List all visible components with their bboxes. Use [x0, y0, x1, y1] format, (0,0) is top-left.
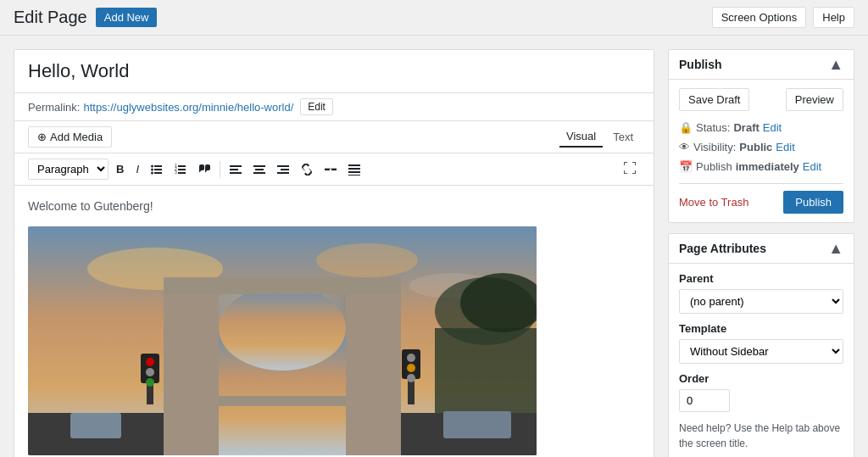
publish-when-row: 📅 Publish immediately Edit [679, 160, 843, 173]
link-button[interactable] [297, 161, 317, 178]
svg-rect-20 [277, 172, 289, 174]
svg-rect-8 [178, 172, 186, 174]
publish-button[interactable]: Publish [783, 191, 843, 214]
svg-point-50 [407, 354, 415, 362]
template-label: Template [679, 322, 843, 335]
svg-point-47 [146, 378, 154, 387]
publish-panel-toggle[interactable]: ▲ [828, 57, 843, 72]
tab-text[interactable]: Text [606, 126, 640, 148]
sidebar: Publish ▲ Save Draft Preview 🔒 Status: D… [668, 49, 854, 457]
svg-point-46 [146, 368, 154, 376]
page-attributes-body: Parent (no parent) Template Without Side… [669, 264, 854, 457]
page-title: Edit Page [14, 8, 87, 27]
publish-panel-body: Save Draft Preview 🔒 Status: Draft Edit … [669, 80, 854, 222]
publish-panel-header[interactable]: Publish ▲ [669, 50, 854, 80]
align-left-button[interactable] [225, 161, 246, 178]
publish-panel-title: Publish [679, 58, 722, 71]
editor-image [28, 226, 537, 455]
template-select[interactable]: Without Sidebar [679, 339, 843, 364]
svg-rect-16 [255, 169, 264, 170]
screen-options-button[interactable]: Screen Options [712, 7, 807, 28]
visibility-edit-link[interactable]: Edit [776, 141, 794, 153]
permalink-url[interactable]: https://uglywebsites.org/minnie/hello-wo… [83, 101, 293, 114]
publish-panel: Publish ▲ Save Draft Preview 🔒 Status: D… [668, 49, 854, 223]
visibility-label: Visibility: [693, 141, 736, 153]
svg-rect-27 [348, 175, 360, 176]
editor-toolbar-top: ⊕ Add Media Visual Text [14, 121, 654, 153]
page-title-input[interactable] [14, 50, 654, 93]
permalink-edit-button[interactable]: Edit [300, 98, 333, 115]
add-new-button[interactable]: Add New [96, 8, 158, 27]
svg-rect-6 [178, 165, 186, 167]
visibility-icon: 👁 [679, 141, 690, 153]
status-icon: 🔒 [679, 121, 693, 134]
svg-rect-7 [178, 169, 186, 170]
permalink-label: Permalink: [28, 101, 80, 114]
editor-panel: Permalink: https://uglywebsites.org/minn… [14, 49, 654, 457]
align-center-button[interactable] [249, 161, 270, 178]
help-text: Need help? Use the Help tab above the sc… [679, 421, 843, 451]
blockquote-button[interactable] [194, 161, 214, 178]
parent-label: Parent [679, 272, 843, 285]
svg-rect-21 [325, 169, 330, 170]
status-edit-link[interactable]: Edit [763, 121, 782, 134]
publish-edit-link[interactable]: Edit [803, 160, 821, 173]
format-divider-1 [220, 161, 220, 178]
parent-select[interactable]: (no parent) [679, 289, 843, 314]
order-field: Order [679, 372, 843, 412]
svg-rect-0 [154, 165, 162, 167]
welcome-text: Welcome to Gutenberg! [28, 199, 640, 213]
svg-rect-19 [281, 169, 289, 170]
page-attributes-toggle[interactable]: ▲ [828, 241, 843, 256]
svg-point-38 [219, 286, 346, 371]
preview-button[interactable]: Preview [786, 88, 843, 111]
svg-rect-17 [253, 172, 265, 174]
svg-point-52 [407, 374, 415, 382]
svg-rect-18 [277, 165, 289, 167]
svg-rect-24 [348, 164, 360, 166]
visibility-value: Public [739, 141, 772, 153]
order-input[interactable] [679, 389, 730, 412]
more-button[interactable] [320, 161, 341, 178]
help-button[interactable]: Help [813, 7, 854, 28]
top-bar-left: Edit Page Add New [14, 8, 157, 27]
svg-rect-42 [346, 294, 401, 455]
move-trash-link[interactable]: Move to Trash [679, 196, 748, 209]
ol-button[interactable]: 123 [170, 161, 191, 178]
publish-footer: Move to Trash Publish [679, 183, 843, 214]
status-value: Draft [733, 121, 759, 134]
bold-button[interactable]: B [112, 160, 128, 178]
svg-rect-23 [325, 168, 337, 169]
editor-body[interactable]: Welcome to Gutenberg! [14, 186, 654, 457]
svg-rect-14 [230, 172, 242, 174]
svg-rect-53 [70, 413, 121, 438]
publish-label: Publish [696, 160, 732, 173]
page-attributes-title: Page Attributes [679, 242, 766, 255]
publish-icon: 📅 [679, 160, 693, 173]
paragraph-select[interactable]: Paragraph [28, 159, 108, 180]
add-media-label: Add Media [50, 131, 103, 143]
page-attributes-panel: Page Attributes ▲ Parent (no parent) Tem… [668, 233, 854, 457]
svg-rect-41 [164, 294, 219, 455]
save-draft-button[interactable]: Save Draft [679, 88, 749, 111]
toolbar-toggle-button[interactable] [344, 161, 364, 178]
add-media-button[interactable]: ⊕ Add Media [28, 126, 112, 148]
editor-format-bar: Paragraph B I 123 [14, 153, 654, 186]
top-bar-right: Screen Options Help [712, 7, 854, 28]
layout: Permalink: https://uglywebsites.org/minn… [0, 36, 868, 457]
ul-button[interactable] [147, 161, 167, 178]
svg-rect-12 [230, 165, 242, 167]
permalink-row: Permalink: https://uglywebsites.org/minn… [14, 93, 654, 121]
status-label: Status: [696, 121, 730, 134]
svg-rect-2 [154, 172, 162, 174]
page-attributes-header[interactable]: Page Attributes ▲ [669, 234, 854, 264]
view-tabs: Visual Text [559, 126, 640, 148]
fullscreen-button[interactable] [620, 159, 640, 179]
svg-point-45 [146, 358, 154, 366]
svg-point-51 [407, 364, 415, 372]
svg-rect-22 [331, 169, 337, 170]
tab-visual[interactable]: Visual [559, 126, 603, 148]
italic-button[interactable]: I [131, 160, 143, 178]
svg-text:3: 3 [175, 170, 177, 175]
align-right-button[interactable] [273, 161, 293, 178]
